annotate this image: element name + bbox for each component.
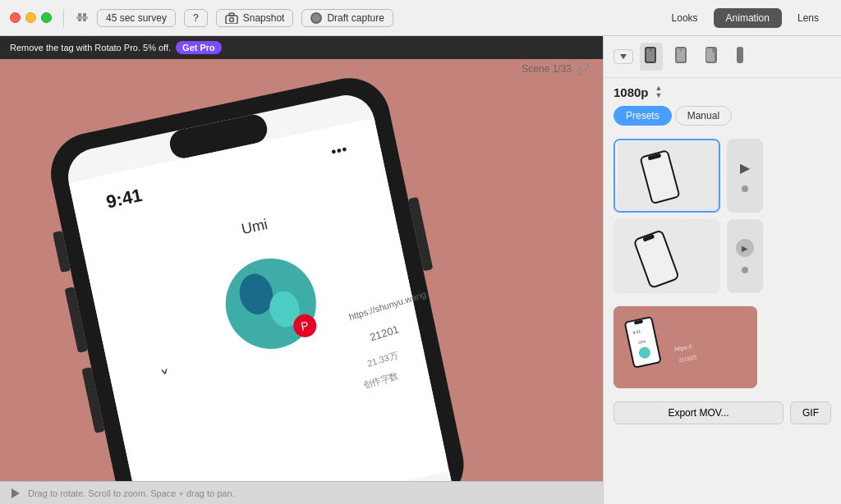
tab-lens[interactable]: Lens	[785, 8, 831, 28]
panel-dropdown-button[interactable]	[614, 49, 633, 64]
preview-area: Remove the tag with Rotato Pro. 5% off. …	[0, 36, 603, 504]
svg-point-36	[680, 49, 682, 52]
survey-label: 45 sec survey	[106, 12, 167, 24]
device-icon-back-center[interactable]	[669, 43, 692, 71]
export-mov-button[interactable]: Export MOV...	[614, 401, 784, 424]
resolution-stepper[interactable]: ▲ ▼	[655, 85, 663, 99]
svg-rect-3	[226, 16, 237, 24]
snapshot-button[interactable]: Snapshot	[216, 9, 294, 27]
minimize-button[interactable]	[25, 12, 36, 23]
preset-controls-2: ▶	[727, 219, 763, 293]
svg-rect-40	[737, 47, 743, 63]
help-button[interactable]: ?	[184, 9, 208, 27]
svg-rect-39	[712, 48, 715, 53]
export-row: Export MOV... GIF	[604, 395, 841, 431]
survey-button[interactable]: 45 sec survey	[97, 9, 176, 27]
titlebar: 45 sec survey ? Snapshot Draft capture L…	[0, 0, 841, 36]
gif-label: GIF	[802, 407, 819, 419]
draft-capture-label: Draft capture	[327, 12, 384, 24]
phone-mockup: 9:41 ●●● Umi P	[0, 59, 603, 481]
resolution-value: 1080p	[614, 85, 649, 99]
notification-bar: Remove the tag with Rotato Pro. 5% off. …	[0, 36, 603, 59]
expand-icon[interactable]	[577, 62, 590, 76]
svg-marker-30	[620, 54, 627, 59]
bottom-preview-section: 9:41 Umi https:// 21133万	[604, 300, 841, 395]
phone-canvas[interactable]: 9:41 ●●● Umi P	[0, 59, 603, 481]
cursor-icon[interactable]: ▶	[740, 160, 750, 176]
preset-thumb-2[interactable]	[614, 219, 720, 293]
export-mov-label: Export MOV...	[668, 407, 728, 419]
snapshot-label: Snapshot	[243, 12, 285, 24]
presets-button[interactable]: Presets	[614, 106, 672, 126]
manual-button[interactable]: Manual	[675, 106, 732, 126]
svg-rect-2	[76, 16, 88, 19]
preset-thumb-1[interactable]	[614, 139, 720, 213]
dot-indicator-1	[742, 186, 748, 192]
resolution-bar: 1080p ▲ ▼	[604, 78, 841, 103]
notification-message: Remove the tag with Rotato Pro. 5% off.	[10, 43, 171, 53]
svg-point-5	[229, 17, 233, 21]
maximize-button[interactable]	[41, 12, 52, 23]
help-icon: ?	[193, 12, 199, 24]
right-panel: 1080p ▲ ▼ Presets Manual	[603, 36, 841, 504]
dot-indicator-2	[742, 267, 748, 273]
bottom-bar: Drag to rotate. Scroll to zoom. Space + …	[0, 481, 603, 504]
separator	[63, 9, 64, 27]
bottom-hint: Drag to rotate. Scroll to zoom. Space + …	[28, 488, 235, 498]
svg-marker-29	[11, 488, 20, 498]
preview-card[interactable]: 9:41 Umi https:// 21133万	[614, 306, 757, 388]
window-controls	[10, 12, 52, 23]
svg-rect-4	[229, 13, 234, 16]
draft-capture-button[interactable]: Draft capture	[301, 9, 393, 27]
plugin-icon	[76, 11, 89, 25]
device-icon-back-left[interactable]	[640, 43, 663, 71]
presets-grid: ▶	[604, 132, 841, 300]
preset-row-1: ▶	[614, 139, 831, 213]
device-icon-group	[640, 43, 751, 71]
play-button-2[interactable]: ▶	[736, 239, 754, 257]
tab-looks[interactable]: Looks	[659, 8, 710, 28]
preset-row-2: ▶	[614, 219, 831, 293]
draft-capture-icon	[310, 12, 322, 24]
play-hint-icon[interactable]	[10, 488, 21, 499]
device-icon-back-right[interactable]	[699, 43, 722, 71]
panel-top-row	[604, 36, 841, 78]
main-content: Remove the tag with Rotato Pro. 5% off. …	[0, 36, 841, 504]
svg-point-33	[650, 49, 652, 52]
gif-button[interactable]: GIF	[790, 401, 831, 424]
preset-controls-1: ▶	[727, 139, 763, 213]
scene-title-bar: Scene 1/33	[522, 62, 590, 76]
preset-manual-bar: Presets Manual	[604, 103, 841, 132]
snapshot-icon	[225, 12, 238, 24]
get-pro-button[interactable]: Get Pro	[176, 41, 222, 54]
tab-group: Looks Animation Lens	[659, 8, 831, 28]
close-button[interactable]	[10, 12, 21, 23]
chevron-down-icon	[619, 53, 627, 61]
device-icon-side[interactable]	[728, 43, 751, 71]
tab-animation[interactable]: Animation	[714, 8, 782, 28]
scene-title: Scene 1/33	[522, 63, 572, 75]
